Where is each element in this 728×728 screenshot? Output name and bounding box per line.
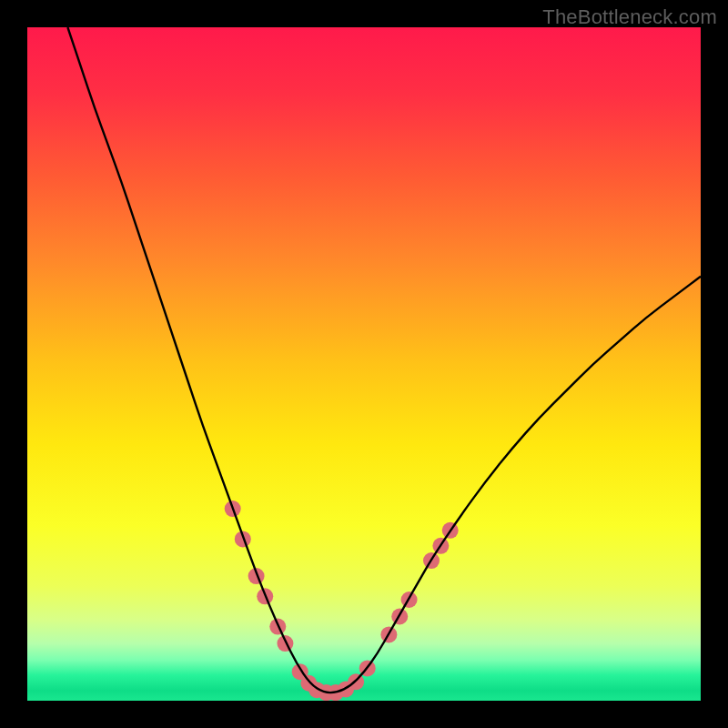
plot-area xyxy=(27,27,701,701)
marker-dot xyxy=(277,635,293,652)
bottleneck-curve xyxy=(67,27,701,693)
marker-dots xyxy=(225,500,459,701)
watermark-text: TheBottleneck.com xyxy=(542,5,717,29)
chart-frame: TheBottleneck.com xyxy=(0,0,728,728)
curve-layer xyxy=(27,27,701,701)
